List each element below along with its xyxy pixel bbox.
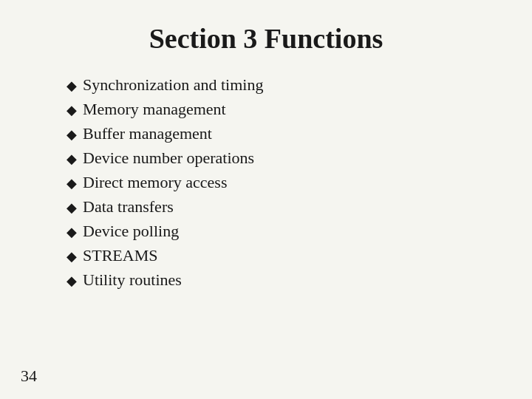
list-item: ◆Direct memory access [66, 173, 495, 192]
list-item: ◆STREAMS [66, 246, 495, 265]
list-item: ◆Device number operations [66, 149, 495, 168]
list-item-text: Data transfers [83, 197, 174, 216]
bullet-diamond-icon: ◆ [66, 78, 77, 94]
list-item-text: Utility routines [83, 270, 182, 290]
bullet-diamond-icon: ◆ [66, 102, 77, 118]
bullet-diamond-icon: ◆ [66, 126, 77, 143]
list-item: ◆Device polling [66, 222, 495, 241]
slide-title: Section 3 Functions [37, 22, 495, 55]
list-item-text: Device polling [83, 222, 179, 241]
list-item-text: Memory management [83, 100, 226, 119]
list-item-text: Direct memory access [83, 173, 227, 192]
list-item: ◆Utility routines [66, 270, 495, 290]
bullet-diamond-icon: ◆ [66, 200, 77, 216]
slide: Section 3 Functions ◆Synchronization and… [0, 0, 532, 399]
bullet-diamond-icon: ◆ [66, 248, 77, 265]
list-item-text: STREAMS [83, 246, 157, 265]
list-item: ◆Memory management [66, 100, 495, 119]
bullet-list: ◆Synchronization and timing◆Memory manag… [37, 75, 495, 290]
list-item-text: Buffer management [83, 124, 212, 143]
bullet-diamond-icon: ◆ [66, 175, 77, 191]
slide-number: 34 [21, 366, 37, 386]
list-item: ◆Data transfers [66, 197, 495, 216]
bullet-diamond-icon: ◆ [66, 151, 77, 167]
list-item-text: Synchronization and timing [83, 75, 263, 95]
list-item: ◆Synchronization and timing [66, 75, 495, 95]
list-item: ◆Buffer management [66, 124, 495, 143]
bullet-diamond-icon: ◆ [66, 224, 77, 240]
list-item-text: Device number operations [83, 149, 254, 168]
bullet-diamond-icon: ◆ [66, 273, 77, 289]
